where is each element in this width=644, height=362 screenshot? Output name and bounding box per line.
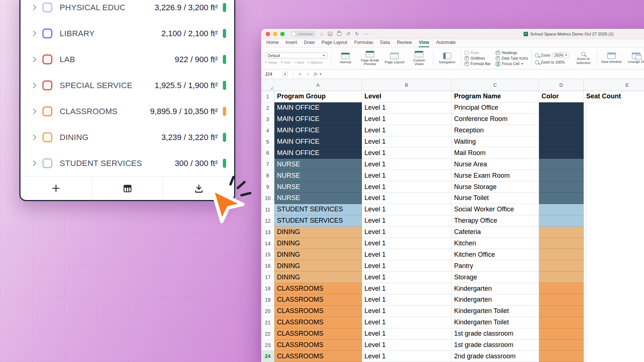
cell[interactable] [539, 193, 584, 204]
cell[interactable]: MAIN OFFICE [274, 114, 362, 125]
cell[interactable]: DINING [274, 238, 362, 249]
cell[interactable] [539, 215, 584, 227]
cell[interactable]: Level 1 [362, 114, 452, 125]
cell[interactable]: Level 1 [362, 294, 452, 306]
cell[interactable] [539, 181, 584, 193]
cell[interactable]: Level 1 [362, 238, 452, 249]
cell[interactable]: Kitchen [452, 238, 539, 249]
cell[interactable] [584, 340, 587, 351]
chevron-right-icon[interactable] [30, 57, 37, 61]
cell[interactable]: Kindergarten Toilet [452, 317, 539, 328]
cell[interactable]: Principal Office [452, 102, 539, 114]
cell[interactable] [584, 136, 587, 148]
cell[interactable]: Level 1 [362, 317, 452, 328]
header-cell[interactable]: Color [539, 91, 584, 102]
cell[interactable]: Level 1 [362, 260, 452, 272]
row-header-4[interactable]: 4 [261, 125, 274, 136]
panel-row-classrooms[interactable]: CLASSROOMS9,895.9 / 10,350 ft² [20, 98, 234, 124]
minimize-window-button[interactable] [273, 32, 277, 36]
cell[interactable] [539, 351, 584, 362]
row-header-7[interactable]: 7 [261, 159, 274, 170]
cell[interactable] [539, 114, 584, 125]
cell[interactable]: Level 1 [362, 328, 452, 340]
row-header-19[interactable]: 19 [261, 294, 274, 306]
headings-checkbox[interactable]: Headings [496, 51, 528, 55]
row-header-15[interactable]: 15 [261, 249, 274, 260]
cell[interactable]: 1st grade classroom [452, 328, 539, 340]
cell[interactable] [539, 102, 584, 114]
cell[interactable] [584, 238, 587, 249]
cell[interactable]: CLASSROOMS [274, 283, 362, 294]
tab-insert[interactable]: Insert [285, 40, 297, 47]
chevron-right-icon[interactable] [30, 83, 37, 87]
cell[interactable] [584, 351, 587, 362]
header-cell[interactable]: Program Group [274, 91, 362, 102]
cell[interactable] [539, 272, 584, 283]
cell[interactable] [539, 294, 584, 306]
name-box-stepper[interactable] [282, 71, 288, 77]
cell[interactable]: 1st grade classroom [452, 340, 539, 351]
cell[interactable] [584, 125, 587, 136]
row-header-16[interactable]: 16 [261, 260, 274, 272]
panel-row-lab[interactable]: LAB922 / 900 ft² [20, 46, 234, 72]
cell[interactable] [584, 294, 587, 306]
data-type-icons-checkbox[interactable]: Data Type Icons [496, 56, 528, 60]
zoom-to-selection-button[interactable]: Zoom to Selection [573, 52, 594, 65]
cell[interactable] [584, 193, 587, 204]
cell[interactable] [539, 260, 584, 272]
cell[interactable]: Level 1 [362, 306, 452, 317]
name-box[interactable]: J24 [261, 69, 282, 79]
cell[interactable] [539, 306, 584, 317]
row-header-14[interactable]: 14 [261, 238, 274, 249]
cell[interactable] [584, 272, 587, 283]
cell[interactable]: MAIN OFFICE [274, 136, 362, 148]
tab-automate[interactable]: Automate [436, 40, 456, 47]
cell[interactable]: Storage [452, 272, 539, 283]
row-header-23[interactable]: 23 [261, 340, 274, 351]
cell[interactable]: Level 1 [362, 125, 452, 136]
cell[interactable]: STUDENT SERVICES [274, 204, 362, 215]
cell[interactable] [539, 136, 584, 148]
cell[interactable] [584, 147, 587, 159]
zoom-control[interactable]: Zoom 250% [535, 53, 569, 58]
row-header-24[interactable]: 24 [261, 351, 274, 362]
cancel-icon[interactable]: ✕ [298, 72, 302, 77]
zoom-value-dropdown[interactable]: 250% [552, 53, 570, 58]
panel-row-special-service[interactable]: SPECIAL SERVICE1,925.5 / 1,900 ft² [20, 72, 234, 98]
row-header-3[interactable]: 3 [261, 114, 274, 125]
cell[interactable]: NURSE [274, 181, 362, 193]
cell[interactable] [584, 204, 587, 215]
cell[interactable] [584, 306, 587, 317]
cell[interactable] [584, 283, 587, 294]
zoom-100-button[interactable]: Zoom to 100% [535, 60, 569, 64]
custom-views-button[interactable]: Custom Views [408, 51, 430, 66]
header-cell[interactable]: Level [362, 91, 452, 102]
tab-home[interactable]: Home [266, 40, 278, 47]
cell[interactable]: Therapy Office [452, 215, 539, 227]
cell[interactable]: Nurse Area [452, 159, 539, 170]
panel-row-physical-educa[interactable]: PHYSICAL EDUCA3,226.9 / 3,200 ft² [20, 0, 234, 20]
row-header-17[interactable]: 17 [261, 272, 274, 283]
cell[interactable] [539, 227, 584, 238]
cell[interactable] [539, 317, 584, 328]
cell[interactable]: Level 1 [362, 249, 452, 260]
cell[interactable]: CLASSROOMS [274, 294, 362, 306]
row-header-8[interactable]: 8 [261, 170, 274, 181]
cell[interactable]: NURSE [274, 170, 362, 181]
tab-view[interactable]: View [419, 40, 429, 47]
cell[interactable] [584, 317, 587, 328]
panel-row-dining[interactable]: DINING3,239 / 3,220 ft² [20, 124, 234, 150]
save-icon[interactable] [328, 32, 332, 36]
cell[interactable] [584, 181, 587, 193]
row-header-18[interactable]: 18 [261, 283, 274, 294]
cell[interactable]: NURSE [274, 193, 362, 204]
cell[interactable] [539, 159, 584, 170]
add-button[interactable] [20, 177, 92, 200]
cell[interactable] [539, 170, 584, 181]
cell[interactable]: Level 1 [362, 215, 452, 227]
cell[interactable] [539, 147, 584, 159]
cell[interactable]: Kitchen Office [452, 249, 539, 260]
color-checkbox[interactable] [42, 3, 52, 12]
undo-icon[interactable]: ↺ [346, 31, 350, 36]
cell[interactable] [584, 328, 587, 340]
